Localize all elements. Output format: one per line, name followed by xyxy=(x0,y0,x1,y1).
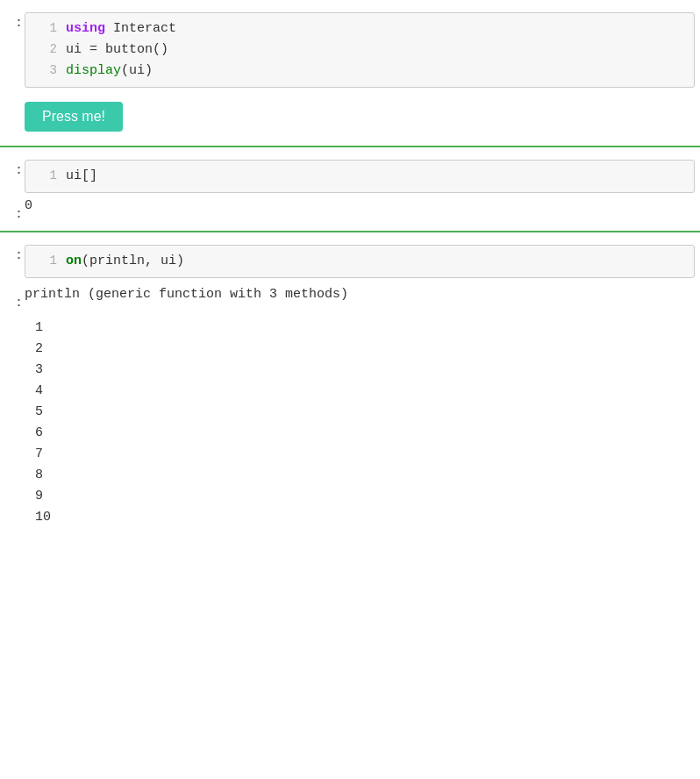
cell-3-output-colon: : xyxy=(17,294,21,309)
code-content-1-3: display(ui) xyxy=(66,61,153,82)
cell-3-right: 1 on(println, ui) xyxy=(25,239,700,283)
cell-2-output-row: : 0 xyxy=(0,198,700,231)
println-num-8: 8 xyxy=(35,465,700,486)
cell-2-colon: : xyxy=(17,161,21,176)
press-me-button[interactable]: Press me! xyxy=(25,102,123,132)
cell-3-gutter: : xyxy=(0,239,25,283)
println-num-2: 2 xyxy=(35,339,700,360)
code-line-1-1: 1 using Interact xyxy=(36,18,683,39)
println-num-7: 7 xyxy=(35,444,700,465)
cell-2-output-colon: : xyxy=(17,205,21,220)
println-num-5: 5 xyxy=(35,402,700,423)
code-content-1-2: ui = button() xyxy=(66,39,168,61)
println-num-6: 6 xyxy=(35,423,700,444)
cell-1-colon: : xyxy=(17,14,21,29)
cell-1-output: Press me! xyxy=(25,93,700,146)
cell-2-output-gutter: : xyxy=(0,198,25,220)
println-numbers-container: 1 2 3 4 5 6 7 8 9 10 xyxy=(0,312,700,528)
cell-2-code-block: 1 ui[] xyxy=(25,160,695,193)
cell-3-output-row: : println (generic function with 3 metho… xyxy=(0,283,700,312)
code-content-1-1: using Interact xyxy=(66,18,176,39)
line-number-2-1: 1 xyxy=(36,166,57,185)
println-num-10: 10 xyxy=(35,507,700,528)
code-content-3-1: on(println, ui) xyxy=(66,251,184,272)
code-content-2-1: ui[] xyxy=(66,166,97,187)
cell-1-code-block: 1 using Interact 2 ui = button() 3 displ… xyxy=(25,12,695,88)
cell-2-output-content: 0 xyxy=(25,198,700,220)
code-line-3-1: 1 on(println, ui) xyxy=(36,251,683,272)
code-line-1-3: 3 display(ui) xyxy=(36,61,683,82)
line-number-1-1: 1 xyxy=(36,18,57,38)
println-num-3: 3 xyxy=(35,360,700,381)
println-num-1: 1 xyxy=(35,318,700,339)
cell-2-right: 1 ui[] xyxy=(25,154,700,198)
cell-2-container: : 1 ui[] xyxy=(0,147,700,198)
cell-3-output-text: println (generic function with 3 methods… xyxy=(25,283,348,305)
cell-3-colon: : xyxy=(17,247,21,261)
cell-2-output-text: 0 xyxy=(25,197,32,215)
cell-1-right: 1 using Interact 2 ui = button() 3 displ… xyxy=(25,7,700,146)
cell-1-container: : 1 using Interact 2 ui = button() 3 dis… xyxy=(0,0,700,146)
line-number-1-3: 3 xyxy=(36,61,57,80)
cell-3-output-content: println (generic function with 3 methods… xyxy=(25,287,700,309)
cell-3-container: : 1 on(println, ui) xyxy=(0,232,700,283)
line-number-1-2: 2 xyxy=(36,39,57,59)
println-num-4: 4 xyxy=(35,381,700,402)
cell-3-code-block: 1 on(println, ui) xyxy=(25,245,695,278)
line-number-3-1: 1 xyxy=(36,251,57,270)
code-line-1-2: 2 ui = button() xyxy=(36,39,683,61)
code-line-2-1: 1 ui[] xyxy=(36,166,683,187)
cell-1-gutter: : xyxy=(0,7,25,146)
println-num-9: 9 xyxy=(35,486,700,507)
cell-2-gutter: : xyxy=(0,154,25,198)
cell-3-output-gutter: : xyxy=(0,287,25,309)
